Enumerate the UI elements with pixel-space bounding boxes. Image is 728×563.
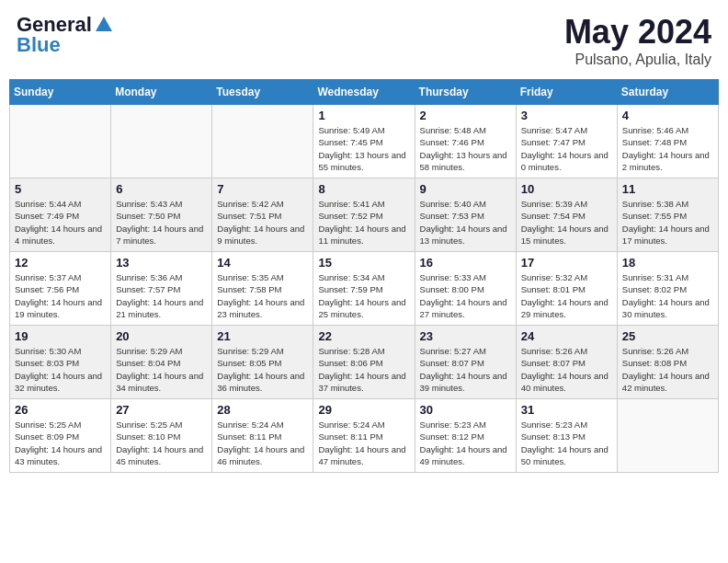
day-info: Sunrise: 5:38 AMSunset: 7:55 PMDaylight:… [622, 198, 713, 247]
day-number: 13 [116, 256, 207, 270]
calendar-table: SundayMondayTuesdayWednesdayThursdayFrid… [9, 79, 719, 473]
calendar-cell: 5Sunrise: 5:44 AMSunset: 7:49 PMDaylight… [10, 178, 111, 252]
day-number: 11 [622, 182, 713, 196]
day-number: 15 [318, 256, 409, 270]
day-info: Sunrise: 5:29 AMSunset: 8:05 PMDaylight:… [217, 345, 308, 394]
day-number: 18 [622, 256, 713, 270]
calendar-cell: 3Sunrise: 5:47 AMSunset: 7:47 PMDaylight… [516, 105, 617, 178]
day-number: 14 [217, 256, 308, 270]
day-info: Sunrise: 5:33 AMSunset: 8:00 PMDaylight:… [420, 271, 511, 320]
calendar-cell: 6Sunrise: 5:43 AMSunset: 7:50 PMDaylight… [111, 178, 212, 252]
day-number: 24 [521, 329, 612, 343]
weekday-header-saturday: Saturday [617, 80, 718, 105]
day-info: Sunrise: 5:34 AMSunset: 7:59 PMDaylight:… [318, 271, 409, 320]
day-number: 27 [116, 403, 207, 417]
day-info: Sunrise: 5:24 AMSunset: 8:11 PMDaylight:… [217, 419, 308, 467]
calendar-cell [212, 105, 313, 178]
day-number: 8 [318, 182, 409, 196]
day-number: 29 [318, 403, 409, 417]
logo-icon [94, 15, 114, 35]
day-number: 19 [15, 329, 106, 343]
calendar-cell: 13Sunrise: 5:36 AMSunset: 7:57 PMDayligh… [111, 252, 212, 326]
day-info: Sunrise: 5:44 AMSunset: 7:49 PMDaylight:… [15, 198, 106, 247]
month-title: May 2024 [564, 13, 711, 52]
calendar-cell: 2Sunrise: 5:48 AMSunset: 7:46 PMDaylight… [415, 105, 516, 178]
calendar-cell: 15Sunrise: 5:34 AMSunset: 7:59 PMDayligh… [313, 252, 415, 326]
day-number: 10 [521, 182, 612, 196]
location-title: Pulsano, Apulia, Italy [564, 52, 711, 68]
day-info: Sunrise: 5:30 AMSunset: 8:03 PMDaylight:… [15, 345, 106, 394]
calendar-cell: 17Sunrise: 5:32 AMSunset: 8:01 PMDayligh… [516, 252, 617, 326]
calendar-cell: 10Sunrise: 5:39 AMSunset: 7:54 PMDayligh… [516, 178, 617, 252]
day-number: 20 [116, 329, 207, 343]
day-info: Sunrise: 5:32 AMSunset: 8:01 PMDaylight:… [521, 271, 612, 320]
calendar-cell: 26Sunrise: 5:25 AMSunset: 8:09 PMDayligh… [10, 399, 111, 473]
day-info: Sunrise: 5:26 AMSunset: 8:08 PMDaylight:… [622, 345, 713, 394]
calendar-cell: 1Sunrise: 5:49 AMSunset: 7:45 PMDaylight… [313, 105, 415, 178]
day-info: Sunrise: 5:46 AMSunset: 7:48 PMDaylight:… [622, 124, 713, 173]
day-info: Sunrise: 5:48 AMSunset: 7:46 PMDaylight:… [420, 124, 511, 173]
day-number: 5 [15, 182, 106, 196]
calendar-cell: 11Sunrise: 5:38 AMSunset: 7:55 PMDayligh… [617, 178, 718, 252]
calendar-cell: 9Sunrise: 5:40 AMSunset: 7:53 PMDaylight… [415, 178, 516, 252]
day-info: Sunrise: 5:49 AMSunset: 7:45 PMDaylight:… [318, 124, 409, 173]
day-info: Sunrise: 5:25 AMSunset: 8:10 PMDaylight:… [116, 419, 207, 467]
day-info: Sunrise: 5:41 AMSunset: 7:52 PMDaylight:… [318, 198, 409, 247]
day-info: Sunrise: 5:24 AMSunset: 8:11 PMDaylight:… [318, 419, 409, 467]
calendar-cell: 24Sunrise: 5:26 AMSunset: 8:07 PMDayligh… [516, 326, 617, 399]
day-info: Sunrise: 5:27 AMSunset: 8:07 PMDaylight:… [420, 345, 511, 394]
calendar-cell: 27Sunrise: 5:25 AMSunset: 8:10 PMDayligh… [111, 399, 212, 473]
calendar-cell: 31Sunrise: 5:23 AMSunset: 8:13 PMDayligh… [516, 399, 617, 473]
day-info: Sunrise: 5:23 AMSunset: 8:12 PMDaylight:… [420, 419, 511, 467]
day-number: 21 [217, 329, 308, 343]
calendar-cell: 21Sunrise: 5:29 AMSunset: 8:05 PMDayligh… [212, 326, 313, 399]
calendar-cell: 7Sunrise: 5:42 AMSunset: 7:51 PMDaylight… [212, 178, 313, 252]
calendar-cell: 25Sunrise: 5:26 AMSunset: 8:08 PMDayligh… [617, 326, 718, 399]
day-info: Sunrise: 5:39 AMSunset: 7:54 PMDaylight:… [521, 198, 612, 247]
calendar-cell [617, 399, 718, 473]
title-block: May 2024 Pulsano, Apulia, Italy [564, 13, 711, 68]
calendar-cell: 20Sunrise: 5:29 AMSunset: 8:04 PMDayligh… [111, 326, 212, 399]
day-info: Sunrise: 5:29 AMSunset: 8:04 PMDaylight:… [116, 345, 207, 394]
day-info: Sunrise: 5:43 AMSunset: 7:50 PMDaylight:… [116, 198, 207, 247]
logo: General Blue [17, 13, 114, 57]
day-number: 16 [420, 256, 511, 270]
weekday-header-friday: Friday [516, 80, 617, 105]
day-number: 6 [116, 182, 207, 196]
day-number: 30 [420, 403, 511, 417]
calendar-cell: 29Sunrise: 5:24 AMSunset: 8:11 PMDayligh… [313, 399, 415, 473]
day-number: 17 [521, 256, 612, 270]
calendar-cell: 16Sunrise: 5:33 AMSunset: 8:00 PMDayligh… [415, 252, 516, 326]
day-info: Sunrise: 5:47 AMSunset: 7:47 PMDaylight:… [521, 124, 612, 173]
day-number: 7 [217, 182, 308, 196]
day-info: Sunrise: 5:42 AMSunset: 7:51 PMDaylight:… [217, 198, 308, 247]
day-number: 9 [420, 182, 511, 196]
calendar-cell: 12Sunrise: 5:37 AMSunset: 7:56 PMDayligh… [10, 252, 111, 326]
day-number: 3 [521, 109, 612, 122]
day-info: Sunrise: 5:31 AMSunset: 8:02 PMDaylight:… [622, 271, 713, 320]
day-info: Sunrise: 5:35 AMSunset: 7:58 PMDaylight:… [217, 271, 308, 320]
weekday-header-tuesday: Tuesday [212, 80, 313, 105]
page-header: General Blue May 2024 Pulsano, Apulia, I… [9, 9, 719, 72]
weekday-header-thursday: Thursday [415, 80, 516, 105]
calendar-cell: 14Sunrise: 5:35 AMSunset: 7:58 PMDayligh… [212, 252, 313, 326]
day-info: Sunrise: 5:36 AMSunset: 7:57 PMDaylight:… [116, 271, 207, 320]
calendar-cell: 4Sunrise: 5:46 AMSunset: 7:48 PMDaylight… [617, 105, 718, 178]
day-number: 4 [622, 109, 713, 122]
day-info: Sunrise: 5:25 AMSunset: 8:09 PMDaylight:… [15, 419, 106, 467]
day-info: Sunrise: 5:26 AMSunset: 8:07 PMDaylight:… [521, 345, 612, 394]
weekday-header-wednesday: Wednesday [313, 80, 415, 105]
day-number: 25 [622, 329, 713, 343]
logo-blue: Blue [17, 33, 61, 57]
calendar-cell [111, 105, 212, 178]
calendar-cell: 23Sunrise: 5:27 AMSunset: 8:07 PMDayligh… [415, 326, 516, 399]
weekday-header-monday: Monday [111, 80, 212, 105]
day-info: Sunrise: 5:40 AMSunset: 7:53 PMDaylight:… [420, 198, 511, 247]
week-row-1: 1Sunrise: 5:49 AMSunset: 7:45 PMDaylight… [10, 105, 719, 178]
calendar-cell: 8Sunrise: 5:41 AMSunset: 7:52 PMDaylight… [313, 178, 415, 252]
week-row-3: 12Sunrise: 5:37 AMSunset: 7:56 PMDayligh… [10, 252, 719, 326]
calendar-cell: 30Sunrise: 5:23 AMSunset: 8:12 PMDayligh… [415, 399, 516, 473]
week-row-2: 5Sunrise: 5:44 AMSunset: 7:49 PMDaylight… [10, 178, 719, 252]
week-row-4: 19Sunrise: 5:30 AMSunset: 8:03 PMDayligh… [10, 326, 719, 399]
calendar-cell: 28Sunrise: 5:24 AMSunset: 8:11 PMDayligh… [212, 399, 313, 473]
